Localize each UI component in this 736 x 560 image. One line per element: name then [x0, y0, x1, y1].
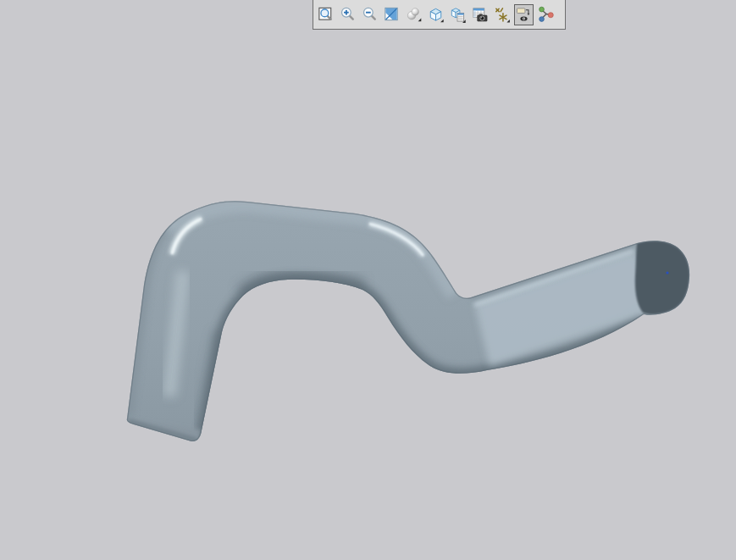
zoom-to-fit-icon [317, 5, 335, 24]
3d-part [102, 186, 711, 466]
shaded-spheres-icon [405, 5, 423, 24]
dropdown-arrow-icon [418, 19, 422, 22]
section-view-icon [383, 5, 401, 24]
colored-axes-balls-icon [537, 5, 555, 24]
display-style-button[interactable] [404, 4, 423, 25]
annotations-marks-icon [493, 5, 511, 24]
image-capture-button[interactable] [470, 4, 490, 25]
zoom-in-button[interactable] [338, 4, 357, 25]
section-view-button[interactable] [382, 4, 401, 25]
zoom-out-button[interactable] [360, 4, 379, 25]
rectangle-eye-icon [515, 5, 533, 24]
cad-viewer-window [0, 0, 736, 560]
table-camera-icon [471, 5, 489, 24]
dropdown-arrow-icon [440, 19, 444, 23]
3d-pointer-button[interactable] [536, 4, 556, 25]
view-toolbar [313, 0, 566, 30]
zoom-out-icon [361, 5, 379, 24]
dropdown-arrow-icon [506, 19, 509, 22]
cube-icon [427, 5, 445, 24]
model-viewport-render[interactable] [0, 0, 736, 560]
display-settings-button[interactable] [448, 4, 468, 25]
cube-document-icon [449, 5, 467, 24]
view-settings-button[interactable] [514, 4, 534, 25]
zoom-to-fit-button[interactable] [316, 4, 335, 25]
vertex-marker-dot [666, 271, 668, 274]
view-orientation-button[interactable] [426, 4, 445, 25]
zoom-in-icon [339, 5, 357, 24]
hide-show-annotations-button[interactable] [492, 4, 512, 25]
